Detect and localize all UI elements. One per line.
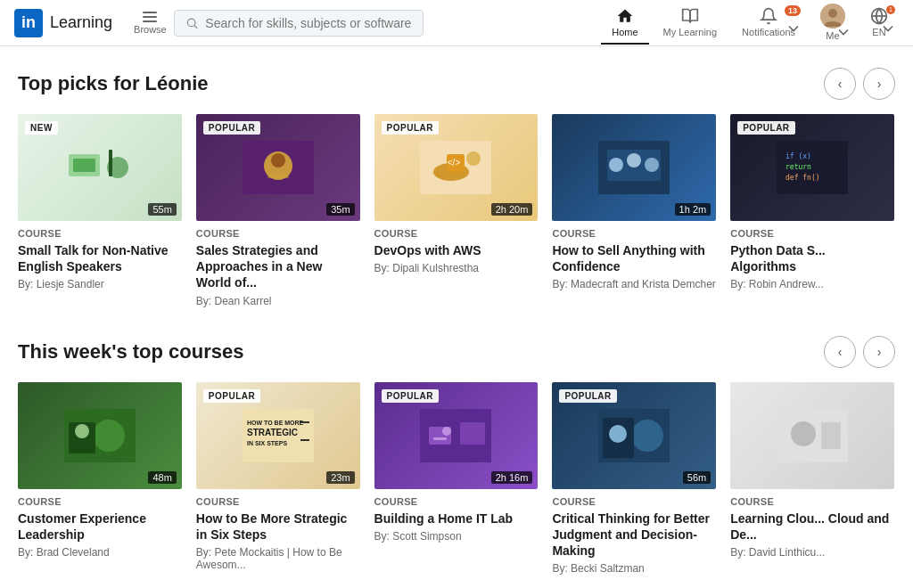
svg-text:HOW TO BE MORE: HOW TO BE MORE [247, 420, 304, 426]
svg-rect-7 [73, 159, 95, 172]
course-card[interactable]: if (x) return def fn() POPULAR COURSE Py… [730, 114, 894, 307]
card-badge: POPULAR [382, 389, 439, 403]
search-bar [174, 10, 424, 37]
svg-rect-13 [267, 175, 289, 178]
card-badge: POPULAR [203, 121, 260, 135]
card-thumbnail: 48m [18, 382, 182, 489]
card-duration: 55m [148, 203, 176, 216]
course-card[interactable]: POPULAR 35m COURSE Sales Strategies and … [196, 114, 360, 307]
card-thumbnail [730, 382, 894, 489]
top-picks-section: Top picks for Léonie ‹ › NEW 55m [18, 68, 895, 307]
prev-button[interactable]: ‹ [824, 336, 856, 368]
course-illustration [64, 141, 136, 194]
prev-button[interactable]: ‹ [824, 68, 856, 100]
svg-rect-40 [460, 422, 485, 445]
course-illustration [598, 409, 670, 462]
course-card[interactable]: POPULAR 56m COURSE Critical Thinking for… [552, 382, 716, 576]
next-button[interactable]: › [863, 68, 895, 100]
course-illustration [598, 141, 670, 194]
course-card[interactable]: NEW 55m COURSE Small Talk for Non-Native… [18, 114, 182, 307]
card-type: COURSE [196, 228, 360, 239]
app-title: Learning [50, 13, 112, 32]
svg-point-3 [828, 9, 837, 18]
svg-rect-42 [433, 437, 447, 440]
course-illustration [243, 141, 314, 194]
logo-link[interactable]: in Learning [14, 9, 112, 37]
chevron-down-icon [835, 23, 852, 41]
chevron-down-icon [785, 20, 802, 37]
card-duration: 48m [148, 471, 176, 484]
nav-home[interactable]: Home [601, 2, 648, 45]
card-badge: POPULAR [203, 389, 260, 403]
course-card[interactable]: 1h 2m COURSE How to Sell Anything with C… [552, 114, 716, 307]
card-duration: 23m [326, 471, 354, 484]
card-title: How to Sell Anything with Confidence [552, 242, 716, 274]
card-title: Critical Thinking for Better Judgment an… [552, 510, 716, 559]
nav-my-learning[interactable]: My Learning [653, 2, 728, 45]
card-author: By: Dean Karrel [196, 295, 360, 307]
search-icon [185, 16, 199, 30]
card-type: COURSE [196, 496, 360, 507]
nav-me[interactable]: Me [810, 0, 856, 48]
card-type: COURSE [552, 496, 716, 507]
notification-badge: 13 [785, 5, 801, 16]
search-input[interactable] [205, 16, 411, 30]
course-illustration [64, 409, 136, 462]
section-header: This week's top courses ‹ › [18, 336, 895, 368]
nav-language[interactable]: 1 EN [860, 2, 899, 45]
header-nav: Home My Learning 13 Notifications [601, 0, 899, 48]
course-illustration: </> [420, 141, 491, 194]
svg-point-21 [609, 158, 623, 172]
svg-text:</>: </> [448, 158, 461, 167]
svg-text:IN SIX STEPS: IN SIX STEPS [247, 440, 287, 446]
svg-point-0 [187, 19, 195, 27]
svg-point-48 [791, 421, 816, 446]
card-title: Sales Strategies and Approaches in a New… [196, 242, 360, 291]
course-card[interactable]: </> POPULAR 2h 20m COURSE DevOps with AW… [374, 114, 539, 307]
course-card[interactable]: COURSE Learning Clou... Cloud and De... … [730, 382, 894, 576]
card-author: By: Brad Cleveland [18, 546, 182, 559]
card-badge: POPULAR [737, 121, 794, 135]
card-type: COURSE [18, 496, 182, 507]
nav-notifications[interactable]: 13 Notifications [731, 2, 806, 45]
card-title: DevOps with AWS [374, 242, 539, 258]
svg-point-41 [442, 427, 451, 436]
course-card[interactable]: HOW TO BE MORE STRATEGIC IN SIX STEPS PO… [196, 382, 360, 576]
card-type: COURSE [730, 496, 894, 507]
card-author: By: Becki Saltzman [552, 562, 716, 575]
card-title: Customer Experience Leadership [18, 510, 182, 543]
card-author: By: Scott Simpson [374, 530, 539, 543]
svg-point-31 [75, 424, 89, 438]
card-author: By: Robin Andrew... [730, 278, 894, 290]
chevron-down-icon [879, 20, 897, 37]
top-courses-section: This week's top courses ‹ › 48m COURSE [18, 336, 895, 576]
svg-point-12 [271, 153, 285, 167]
browse-button[interactable]: Browse [127, 8, 174, 38]
section-title: This week's top courses [18, 340, 243, 363]
card-type: COURSE [552, 228, 716, 239]
next-button[interactable]: › [863, 336, 895, 368]
svg-point-23 [645, 158, 659, 172]
bell-icon [760, 7, 777, 25]
course-illustration [420, 409, 491, 462]
card-type: COURSE [730, 228, 894, 239]
course-card[interactable]: POPULAR 2h 16m COURSE Building a Home IT… [374, 382, 539, 576]
section-header: Top picks for Léonie ‹ › [18, 68, 895, 100]
book-icon [681, 7, 699, 25]
card-type: COURSE [374, 228, 539, 239]
home-icon [616, 7, 634, 25]
main-content: Top picks for Léonie ‹ › NEW 55m [0, 46, 913, 588]
card-title: Python Data S... Algorithms [730, 242, 894, 274]
cards-row: 48m COURSE Customer Experience Leadershi… [18, 382, 895, 576]
card-title: Small Talk for Non-Native English Speake… [18, 242, 182, 274]
svg-text:def fn(): def fn() [786, 174, 820, 182]
card-duration: 35m [326, 203, 354, 216]
card-author: By: Madecraft and Krista Demcher [552, 278, 716, 290]
card-thumbnail: POPULAR 35m [196, 114, 360, 221]
card-title: How to Be More Strategic in Six Steps [196, 510, 360, 543]
card-duration: 2h 16m [491, 471, 533, 484]
course-card[interactable]: 48m COURSE Customer Experience Leadershi… [18, 382, 182, 576]
svg-text:return: return [786, 163, 811, 171]
svg-point-18 [466, 151, 481, 166]
card-badge: POPULAR [382, 121, 439, 135]
